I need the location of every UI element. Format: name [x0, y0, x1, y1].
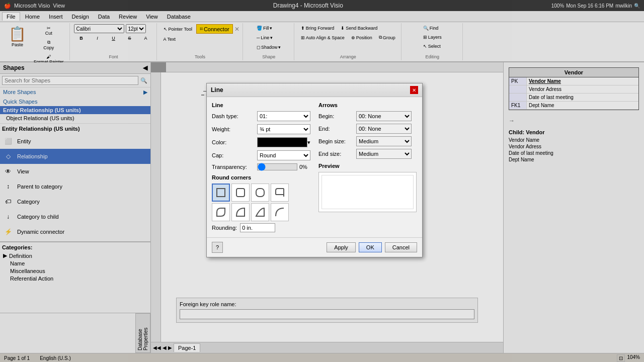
transparency-slider[interactable]	[257, 163, 297, 170]
transparency-row: Transparency: 0%	[212, 163, 310, 170]
line-dialog: Line ✕ Line Dash type: 01: Weight:	[206, 83, 423, 257]
dash-type-label: Dash type:	[212, 113, 257, 119]
end-select[interactable]: 00: None	[356, 124, 412, 134]
corner-btn-7[interactable]	[271, 203, 289, 221]
help-button[interactable]: ?	[212, 242, 223, 253]
apply-button[interactable]: Apply	[327, 242, 356, 252]
end-row: End: 00: None	[318, 124, 417, 134]
preview-inner	[321, 175, 414, 209]
arrows-col: Arrows Begin: 00: None End: 00: None	[318, 102, 417, 232]
ok-button[interactable]: OK	[359, 242, 382, 252]
dialog-footer: ? Apply OK Cancel	[207, 237, 422, 257]
weight-row: Weight: ¾ pt	[212, 124, 310, 134]
end-size-label: End size:	[318, 151, 356, 157]
begin-size-label: Begin size:	[318, 138, 356, 144]
svg-rect-2	[256, 189, 264, 197]
color-label: Color:	[212, 139, 257, 145]
dash-type-select[interactable]: 01:	[257, 111, 310, 121]
preview-box	[318, 172, 417, 212]
svg-rect-0	[217, 189, 225, 197]
dialog-body: Line Dash type: 01: Weight: ¾ pt	[207, 97, 422, 237]
corner-btn-2[interactable]	[251, 184, 269, 202]
corner-grid	[212, 184, 310, 221]
corner-btn-1[interactable]	[231, 184, 250, 202]
corner-btn-3[interactable]	[271, 184, 289, 202]
weight-label: Weight:	[212, 126, 257, 132]
dialog-overlay: Line ✕ Line Dash type: 01: Weight:	[0, 0, 644, 362]
rounding-row: Rounding:	[212, 223, 310, 232]
cap-label: Cap:	[212, 152, 257, 158]
line-section-title: Line	[212, 102, 310, 108]
color-row: Color: ▾	[212, 137, 310, 147]
rounding-input[interactable]	[240, 223, 275, 232]
color-dropdown-icon[interactable]: ▾	[307, 139, 310, 146]
dialog-buttons: Apply OK Cancel	[327, 242, 417, 252]
line-settings-col: Line Dash type: 01: Weight: ¾ pt	[212, 102, 310, 232]
preview-label: Preview	[318, 163, 417, 169]
dash-type-row: Dash type: 01:	[212, 111, 310, 121]
begin-select[interactable]: 00: None	[356, 111, 412, 121]
cap-row: Cap: Round	[212, 150, 310, 160]
begin-size-row: Begin size: Medium	[318, 136, 417, 146]
corner-btn-6[interactable]	[251, 203, 269, 221]
round-corners-section: Round corners	[212, 174, 310, 232]
corner-btn-4[interactable]	[212, 203, 230, 221]
begin-size-select[interactable]: Medium	[356, 136, 412, 146]
begin-row: Begin: 00: None	[318, 111, 417, 121]
transparency-label: Transparency:	[212, 164, 257, 170]
dialog-title-bar[interactable]: Line ✕	[207, 83, 422, 97]
rounding-label: Rounding:	[212, 225, 237, 231]
end-size-select[interactable]: Medium	[356, 149, 412, 159]
begin-label: Begin:	[318, 113, 356, 119]
corner-btn-0[interactable]	[212, 184, 230, 202]
dialog-columns: Line Dash type: 01: Weight: ¾ pt	[212, 102, 417, 232]
cap-select[interactable]: Round	[257, 150, 310, 160]
color-swatch[interactable]	[257, 137, 307, 147]
transparency-value: 0%	[299, 164, 307, 170]
weight-select[interactable]: ¾ pt	[257, 124, 310, 134]
end-label: End:	[318, 126, 356, 132]
cancel-button[interactable]: Cancel	[385, 242, 417, 252]
dialog-title-text: Line	[211, 86, 223, 94]
corner-btn-5[interactable]	[231, 203, 250, 221]
dialog-close-button[interactable]: ✕	[410, 86, 418, 94]
round-corners-label: Round corners	[212, 174, 310, 180]
end-size-row: End size: Medium	[318, 149, 417, 159]
svg-rect-1	[236, 189, 245, 197]
arrows-section-title: Arrows	[318, 102, 417, 108]
preview-section: Preview	[318, 163, 417, 212]
